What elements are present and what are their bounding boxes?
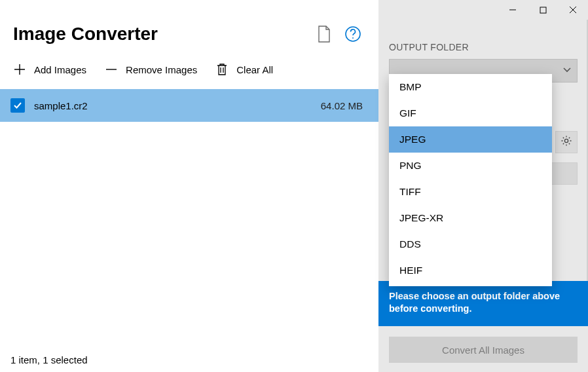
toolbar: Add Images Remove Images Clear All [0, 45, 378, 89]
format-option-gif[interactable]: GIF [389, 100, 552, 126]
format-option-heif[interactable]: HEIF [389, 257, 552, 284]
chevron-down-icon [562, 65, 572, 77]
file-list: sample1.cr2 64.02 MB [0, 89, 378, 354]
close-button[interactable] [558, 0, 588, 20]
window-controls [498, 0, 588, 20]
svg-point-1 [352, 37, 354, 39]
file-checkbox[interactable] [10, 98, 25, 113]
maximize-button[interactable] [528, 0, 558, 20]
remove-images-label: Remove Images [126, 64, 197, 75]
plus-icon [13, 63, 26, 76]
add-images-button[interactable]: Add Images [13, 63, 86, 76]
convert-button[interactable]: Convert All Images [389, 337, 578, 363]
gear-icon [560, 135, 572, 149]
warning-banner: Please choose an output folder above bef… [378, 281, 588, 326]
format-settings-button[interactable] [555, 131, 578, 153]
minimize-button[interactable] [498, 0, 528, 20]
format-option-dds[interactable]: DDS [389, 231, 552, 257]
svg-point-3 [564, 139, 568, 142]
page-icon[interactable] [317, 26, 331, 43]
file-size: 64.02 MB [321, 100, 363, 111]
format-option-tiff[interactable]: TIFF [389, 179, 552, 205]
main-pane: Image Converter Add Images [0, 0, 378, 372]
format-option-png[interactable]: PNG [389, 153, 552, 179]
trash-icon [215, 63, 229, 76]
file-row[interactable]: sample1.cr2 64.02 MB [0, 89, 378, 122]
format-dropdown[interactable]: BMPGIFJPEGPNGTIFFJPEG-XRDDSHEIF [389, 74, 552, 286]
format-option-jpeg[interactable]: JPEG [389, 126, 552, 153]
clear-all-label: Clear All [236, 64, 273, 75]
format-option-bmp[interactable]: BMP [389, 74, 552, 100]
remove-images-button[interactable]: Remove Images [105, 63, 197, 76]
svg-rect-2 [540, 7, 546, 13]
app-title: Image Converter [13, 24, 158, 45]
clear-all-button[interactable]: Clear All [215, 63, 273, 76]
format-option-jpeg-xr[interactable]: JPEG-XR [389, 205, 552, 231]
help-icon[interactable] [344, 26, 361, 43]
file-name: sample1.cr2 [34, 100, 88, 111]
add-images-label: Add Images [34, 64, 86, 75]
minus-icon [105, 63, 118, 76]
status-bar: 1 item, 1 selected [0, 354, 378, 372]
